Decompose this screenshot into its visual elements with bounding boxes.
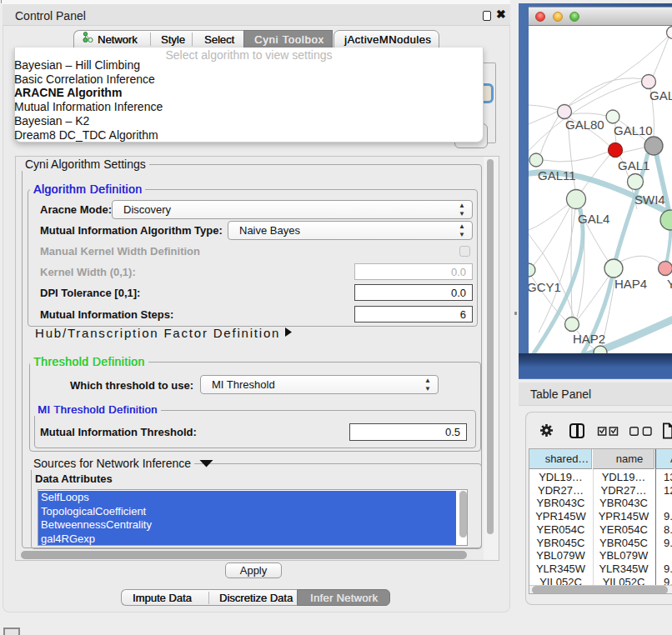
- svg-text:GAL: GAL: [649, 88, 672, 102]
- svg-text:SWI4: SWI4: [634, 192, 665, 207]
- svg-text:GAL1: GAL1: [618, 158, 649, 172]
- svg-text:GAL11: GAL11: [538, 168, 576, 182]
- svg-text:HAP2: HAP2: [573, 332, 605, 346]
- svg-text:Y: Y: [667, 277, 672, 291]
- svg-text:GAL4: GAL4: [578, 212, 609, 226]
- svg-text:GCY1: GCY1: [529, 280, 561, 294]
- svg-text:GAL80: GAL80: [565, 118, 604, 132]
- svg-text:GAL10: GAL10: [614, 123, 653, 138]
- svg-text:HAP4: HAP4: [614, 277, 647, 291]
